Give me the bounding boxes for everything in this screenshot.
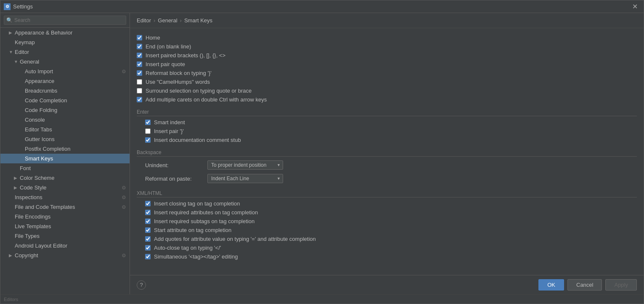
help-button[interactable]: ? <box>137 280 146 290</box>
checkbox-camelhumps-label[interactable]: Use "CamelHumps" words <box>146 79 210 85</box>
content-area: Home End (on blank line) Insert paired b… <box>130 28 644 275</box>
sidebar-item-breadcrumbs[interactable]: Breadcrumbs <box>0 86 130 96</box>
checkbox-pair-quote[interactable] <box>137 61 142 67</box>
checkbox-insert-closing-tag-label[interactable]: Insert closing tag on tag completion <box>154 200 240 207</box>
checkbox-insert-pair-brace[interactable] <box>145 128 151 134</box>
checkbox-smart-indent-label[interactable]: Smart indent <box>154 119 185 125</box>
checkbox-reformat-block-label[interactable]: Reformat block on typing '}' <box>146 70 212 76</box>
sidebar-item-color-scheme[interactable]: ▶ Color Scheme <box>0 173 130 183</box>
checkbox-home[interactable] <box>137 35 142 40</box>
breadcrumb-part-smart-keys: Smart Keys <box>184 17 212 24</box>
checkbox-insert-doc-comment[interactable] <box>145 137 151 143</box>
checkbox-pair-quote-label[interactable]: Insert pair quote <box>146 61 185 67</box>
unindent-select[interactable]: To proper indent position To any indent … <box>207 160 283 170</box>
sidebar-item-code-folding[interactable]: Code Folding <box>0 105 130 115</box>
sidebar-item-copyright[interactable]: ▶ Copyright ⚙ <box>0 251 130 260</box>
checkbox-insert-doc-comment-label[interactable]: Insert documentation comment stub <box>154 137 241 143</box>
reformat-select[interactable]: Indent Each Line Reformat Block None <box>207 174 283 183</box>
sidebar-item-appearance-behavior[interactable]: ▶ Appearance & Behavior <box>0 28 130 37</box>
sidebar-item-smart-keys[interactable]: Smart Keys <box>0 154 130 163</box>
gear-icon: ⚙ <box>122 69 126 75</box>
checkbox-insert-required-subtags-label[interactable]: Insert required subtags on tag completio… <box>154 218 254 224</box>
checkbox-reformat-block[interactable] <box>137 70 142 76</box>
sidebar-item-postfix-completion[interactable]: Postfix Completion <box>0 144 130 154</box>
checkbox-add-quotes-label[interactable]: Add quotes for attribute value on typing… <box>154 236 316 242</box>
apply-button[interactable]: Apply <box>605 279 637 291</box>
sidebar-item-label: Font <box>20 165 31 171</box>
checkbox-surround-label[interactable]: Surround selection on typing quote or br… <box>146 88 252 94</box>
sidebar-item-file-encodings[interactable]: File Encodings <box>0 212 130 221</box>
checkbox-auto-close-tag-label[interactable]: Auto-close tag on typing '</' <box>154 245 221 251</box>
unindent-dropdown-wrapper: To proper indent position To any indent … <box>207 160 283 170</box>
sidebar-item-label: File and Code Templates <box>15 204 75 210</box>
sidebar-item-label: Code Style <box>20 184 47 191</box>
arrow-icon: ▶ <box>9 253 13 258</box>
arrow-icon: ▼ <box>14 59 18 64</box>
sidebar-item-general[interactable]: ▼ General <box>0 57 130 67</box>
checkbox-home-label[interactable]: Home <box>146 35 160 41</box>
ok-button[interactable]: OK <box>538 279 564 291</box>
checkbox-multi-caret[interactable] <box>137 97 142 102</box>
checkbox-auto-close-tag[interactable] <box>145 245 151 251</box>
search-icon: 🔍 <box>6 17 13 23</box>
xml-html-section-header: XML/HTML <box>137 190 637 197</box>
checkbox-paired-brackets-label[interactable]: Insert paired brackets (), [], {}, <> <box>146 52 225 59</box>
bottom-bar-text: Editors <box>4 297 18 302</box>
backspace-section-items: Unindent: To proper indent position To a… <box>137 158 637 185</box>
sidebar-item-font[interactable]: Font <box>0 163 130 173</box>
sidebar-item-label: File Encodings <box>15 213 50 220</box>
checkbox-smart-indent[interactable] <box>145 120 151 125</box>
enter-section-items: Smart indent Insert pair '}' Insert docu… <box>137 118 637 144</box>
sidebar-item-label: Keymap <box>15 39 35 45</box>
checkbox-start-attr-label[interactable]: Start attribute on tag completion <box>154 227 231 233</box>
sidebar-item-gutter-icons[interactable]: Gutter Icons <box>0 134 130 144</box>
checkbox-insert-required-subtags[interactable] <box>145 219 151 224</box>
search-box: 🔍 <box>0 13 130 28</box>
checkbox-insert-doc-comment-row: Insert documentation comment stub <box>145 136 637 144</box>
close-button[interactable]: ✕ <box>630 2 640 11</box>
sidebar-item-code-completion[interactable]: Code Completion <box>0 96 130 105</box>
checkbox-start-attr-row: Start attribute on tag completion <box>145 226 637 235</box>
checkbox-start-attr[interactable] <box>145 227 151 233</box>
sidebar-item-auto-import[interactable]: Auto Import ⚙ <box>0 67 130 76</box>
checkbox-surround[interactable] <box>137 88 142 93</box>
arrow-icon: ▶ <box>14 185 18 190</box>
sidebar-item-editor[interactable]: ▼ Editor <box>0 47 130 57</box>
checkbox-insert-closing-tag[interactable] <box>145 201 151 206</box>
checkbox-end-blank[interactable] <box>137 44 142 49</box>
reformat-paste-label: Reformat on paste: <box>145 176 204 182</box>
checkbox-add-quotes[interactable] <box>145 236 151 242</box>
checkbox-simultaneous-label[interactable]: Simultaneous '<tag></tag>' editing <box>154 253 238 260</box>
sidebar-item-file-and-code-templates[interactable]: File and Code Templates ⚙ <box>0 202 130 212</box>
sidebar-item-inspections[interactable]: Inspections ⚙ <box>0 192 130 202</box>
checkbox-simultaneous[interactable] <box>145 254 151 259</box>
checkbox-paired-brackets-row: Insert paired brackets (), [], {}, <> <box>137 51 637 60</box>
sidebar-item-keymap[interactable]: Keymap <box>0 37 130 47</box>
checkbox-insert-required-attrs[interactable] <box>145 210 151 215</box>
cancel-button[interactable]: Cancel <box>567 279 602 291</box>
sidebar-item-console[interactable]: Console <box>0 115 130 125</box>
sidebar-item-label: Code Completion <box>25 97 67 104</box>
sidebar-item-code-style[interactable]: ▶ Code Style ⚙ <box>0 183 130 192</box>
sidebar-item-label: Smart Keys <box>25 155 53 162</box>
sidebar-tree: ▶ Appearance & Behavior Keymap ▼ Editor … <box>0 28 130 294</box>
checkbox-multi-caret-label[interactable]: Add multiple carets on double Ctrl with … <box>146 96 267 103</box>
sidebar-item-appearance[interactable]: Appearance <box>0 76 130 86</box>
bottom-bar: Editors <box>0 294 644 304</box>
sidebar-item-file-types[interactable]: File Types <box>0 231 130 241</box>
unindent-row: Unindent: To proper indent position To a… <box>145 158 637 172</box>
xml-html-section-items: Insert closing tag on tag completion Ins… <box>137 199 637 261</box>
sidebar-item-label: File Types <box>15 233 40 239</box>
sidebar-item-android-layout-editor[interactable]: Android Layout Editor <box>0 241 130 251</box>
checkbox-insert-pair-brace-label[interactable]: Insert pair '}' <box>154 128 184 134</box>
sidebar-item-live-templates[interactable]: Live Templates <box>0 221 130 231</box>
checkbox-insert-required-attrs-label[interactable]: Insert required attributes on tag comple… <box>154 209 258 216</box>
window-title: Settings <box>13 3 630 10</box>
checkbox-camelhumps[interactable] <box>137 79 142 85</box>
footer: ? OK Cancel Apply <box>130 275 644 294</box>
checkbox-paired-brackets[interactable] <box>137 53 142 58</box>
sidebar-item-editor-tabs[interactable]: Editor Tabs <box>0 125 130 134</box>
gear-icon: ⚙ <box>122 185 126 191</box>
search-input[interactable] <box>4 16 126 25</box>
checkbox-end-blank-label[interactable]: End (on blank line) <box>146 43 191 50</box>
